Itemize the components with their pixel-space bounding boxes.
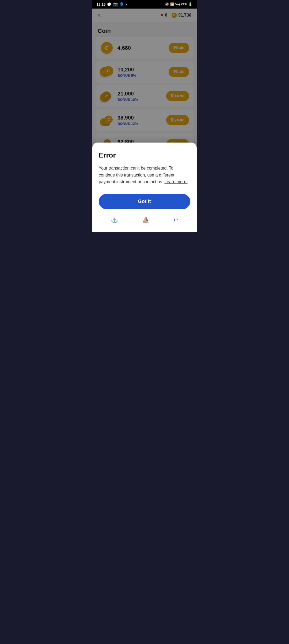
- user-icon: 👤: [119, 2, 124, 6]
- anchor-icon[interactable]: ⚓: [105, 216, 123, 225]
- app-background: × ♥ 0 C 91,736 Coin C 4,680: [92, 9, 197, 232]
- ship-icon[interactable]: ⛵: [137, 216, 155, 225]
- status-bar: 19:15 💬 📷 👤 ● 🔇 📶 Vo) 21% 🔋: [92, 0, 197, 9]
- time-display: 19:15: [97, 2, 105, 6]
- mute-icon: 🔇: [165, 2, 169, 6]
- error-message-text: Your transaction can't be completed. To …: [99, 166, 174, 184]
- wifi-icon: 📶: [170, 2, 174, 6]
- error-message: Your transaction can't be completed. To …: [99, 165, 190, 185]
- signal-icon: Vo): [175, 3, 180, 6]
- bottom-nav: ⚓ ⛵ ↩: [99, 211, 190, 226]
- got-it-button[interactable]: Got it: [99, 194, 190, 209]
- battery-icon: 🔋: [188, 2, 192, 6]
- dot-indicator: ●: [126, 3, 127, 6]
- back-arrow-icon[interactable]: ↩: [168, 216, 184, 225]
- status-right: 🔇 📶 Vo) 21% 🔋: [165, 2, 192, 6]
- whatsapp-icon: 💬: [107, 2, 112, 6]
- error-title: Error: [99, 151, 190, 159]
- battery-display: 21%: [181, 2, 187, 6]
- status-left: 19:15 💬 📷 👤 ●: [97, 2, 127, 6]
- instagram-icon: 📷: [113, 2, 118, 6]
- learn-more-link[interactable]: Learn more.: [164, 179, 187, 184]
- error-bottom-sheet: Error Your transaction can't be complete…: [92, 143, 197, 232]
